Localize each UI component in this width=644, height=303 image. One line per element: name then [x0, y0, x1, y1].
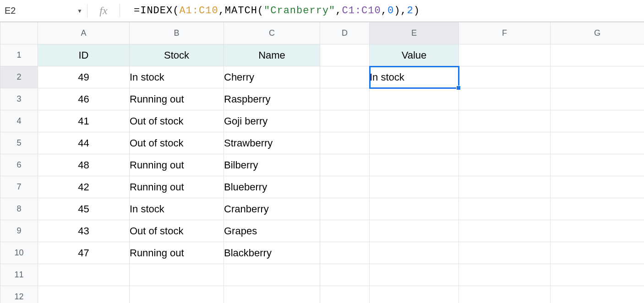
cell-D12[interactable]: [320, 286, 370, 303]
cell-D8[interactable]: [320, 198, 370, 220]
cell-A12[interactable]: [38, 286, 130, 303]
cell-G1[interactable]: [551, 44, 644, 66]
cell-A3[interactable]: 46: [38, 88, 130, 110]
cell-C2[interactable]: Cherry: [224, 66, 320, 88]
column-header-D[interactable]: D: [320, 22, 370, 44]
cell-F8[interactable]: [459, 198, 551, 220]
cell-A11[interactable]: [38, 264, 130, 286]
cell-D9[interactable]: [320, 220, 370, 242]
column-header-G[interactable]: G: [551, 22, 644, 44]
cell-B12[interactable]: [130, 286, 224, 303]
spreadsheet-grid[interactable]: ABCDEFG 1IDStockNameValue249In stockCher…: [0, 22, 644, 303]
cell-D10[interactable]: [320, 242, 370, 264]
row-header-9[interactable]: 9: [0, 220, 38, 242]
row-header-4[interactable]: 4: [0, 110, 38, 132]
column-header-E[interactable]: E: [370, 22, 459, 44]
cell-E12[interactable]: [370, 286, 459, 303]
cell-C12[interactable]: [224, 286, 320, 303]
fx-icon[interactable]: fx: [87, 5, 120, 17]
cell-D7[interactable]: [320, 176, 370, 198]
cell-G4[interactable]: [551, 110, 644, 132]
cell-A2[interactable]: 49: [38, 66, 130, 88]
cell-D3[interactable]: [320, 88, 370, 110]
cell-E3[interactable]: [370, 88, 459, 110]
cell-B2[interactable]: In stock: [130, 66, 224, 88]
cell-B4[interactable]: Out of stock: [130, 110, 224, 132]
cell-A10[interactable]: 47: [38, 242, 130, 264]
cell-G12[interactable]: [551, 286, 644, 303]
cell-G5[interactable]: [551, 132, 644, 154]
cell-E2[interactable]: In stock: [370, 66, 459, 88]
cell-A7[interactable]: 42: [38, 176, 130, 198]
select-all-corner[interactable]: [0, 22, 38, 44]
cell-C1[interactable]: Name: [224, 44, 320, 66]
cell-G6[interactable]: [551, 154, 644, 176]
cell-A8[interactable]: 45: [38, 198, 130, 220]
cell-E7[interactable]: [370, 176, 459, 198]
cell-C4[interactable]: Goji berry: [224, 110, 320, 132]
cell-C9[interactable]: Grapes: [224, 220, 320, 242]
cell-G2[interactable]: [551, 66, 644, 88]
cell-F5[interactable]: [459, 132, 551, 154]
row-header-11[interactable]: 11: [0, 264, 38, 286]
row-header-1[interactable]: 1: [0, 44, 38, 66]
cell-A5[interactable]: 44: [38, 132, 130, 154]
cell-A1[interactable]: ID: [38, 44, 130, 66]
cell-D11[interactable]: [320, 264, 370, 286]
cell-A9[interactable]: 43: [38, 220, 130, 242]
cell-D1[interactable]: [320, 44, 370, 66]
column-header-F[interactable]: F: [459, 22, 551, 44]
cell-D6[interactable]: [320, 154, 370, 176]
cell-E9[interactable]: [370, 220, 459, 242]
cell-F1[interactable]: [459, 44, 551, 66]
cell-B8[interactable]: In stock: [130, 198, 224, 220]
cell-B1[interactable]: Stock: [130, 44, 224, 66]
row-header-6[interactable]: 6: [0, 154, 38, 176]
cell-E8[interactable]: [370, 198, 459, 220]
cell-A4[interactable]: 41: [38, 110, 130, 132]
cell-E5[interactable]: [370, 132, 459, 154]
row-header-3[interactable]: 3: [0, 88, 38, 110]
name-box[interactable]: E2 ▼: [0, 0, 87, 22]
cell-E1[interactable]: Value: [370, 44, 459, 66]
cell-E6[interactable]: [370, 154, 459, 176]
cell-F9[interactable]: [459, 220, 551, 242]
row-header-8[interactable]: 8: [0, 198, 38, 220]
cell-G9[interactable]: [551, 220, 644, 242]
cell-B10[interactable]: Running out: [130, 242, 224, 264]
cell-F2[interactable]: [459, 66, 551, 88]
cell-C7[interactable]: Blueberry: [224, 176, 320, 198]
cell-D4[interactable]: [320, 110, 370, 132]
cell-F6[interactable]: [459, 154, 551, 176]
formula-input[interactable]: =INDEX(A1:C10,MATCH("Cranberry",C1:C10,0…: [120, 5, 644, 16]
row-header-10[interactable]: 10: [0, 242, 38, 264]
cell-A6[interactable]: 48: [38, 154, 130, 176]
cell-E10[interactable]: [370, 242, 459, 264]
cell-C6[interactable]: Bilberry: [224, 154, 320, 176]
cell-B3[interactable]: Running out: [130, 88, 224, 110]
cell-G11[interactable]: [551, 264, 644, 286]
row-header-5[interactable]: 5: [0, 132, 38, 154]
cell-C3[interactable]: Raspberry: [224, 88, 320, 110]
cell-B11[interactable]: [130, 264, 224, 286]
cell-B9[interactable]: Out of stock: [130, 220, 224, 242]
cell-D5[interactable]: [320, 132, 370, 154]
cell-C8[interactable]: Cranberry: [224, 198, 320, 220]
row-header-12[interactable]: 12: [0, 286, 38, 303]
cell-F10[interactable]: [459, 242, 551, 264]
column-header-C[interactable]: C: [224, 22, 320, 44]
cell-E11[interactable]: [370, 264, 459, 286]
cell-C5[interactable]: Strawberry: [224, 132, 320, 154]
column-header-B[interactable]: B: [130, 22, 224, 44]
cell-F7[interactable]: [459, 176, 551, 198]
cell-G8[interactable]: [551, 198, 644, 220]
column-header-A[interactable]: A: [38, 22, 130, 44]
cell-B7[interactable]: Running out: [130, 176, 224, 198]
cell-F3[interactable]: [459, 88, 551, 110]
cell-D2[interactable]: [320, 66, 370, 88]
cell-G3[interactable]: [551, 88, 644, 110]
cell-F4[interactable]: [459, 110, 551, 132]
cell-G7[interactable]: [551, 176, 644, 198]
cell-F12[interactable]: [459, 286, 551, 303]
row-header-2[interactable]: 2: [0, 66, 38, 88]
